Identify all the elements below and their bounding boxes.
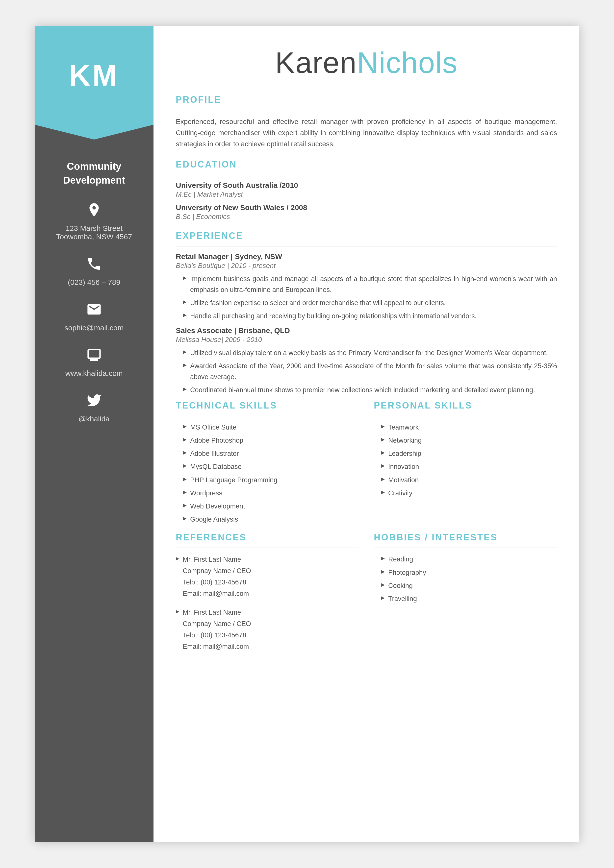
resume-page: KM CommunityDevelopment 123 Marsh Street… — [35, 26, 579, 842]
personal-skill-6: Crativity — [381, 488, 557, 499]
hobbies-list: Reading Photography Cooking Travelling — [374, 554, 557, 604]
last-name: Nichols — [357, 46, 457, 79]
personal-skill-4: Innovation — [381, 462, 557, 472]
tech-skill-4: MysQL Database — [183, 462, 359, 472]
exp-bullet-1-1: Implement business goals and manage all … — [183, 274, 557, 295]
exp-bullet-1-3: Handle all purchasing and receiving by b… — [183, 311, 557, 321]
tech-skill-2: Adobe Photoshop — [183, 435, 359, 446]
exp-bullet-2-1: Utilized visual display talent on a week… — [183, 348, 557, 358]
sidebar: KM CommunityDevelopment 123 Marsh Street… — [35, 26, 154, 842]
website-text: www.khalida.com — [65, 369, 123, 378]
ref-hobbies-section: REFERENCES Mr. First Last Name Compnay N… — [176, 532, 557, 660]
personal-skills-title: PERSONAL SKILLS — [374, 400, 557, 411]
email-item: sophie@mail.com — [65, 301, 124, 332]
main-content: KarenNichols PROFILE Experienced, resour… — [154, 26, 579, 842]
technical-skills-title: TECHNICAL SKILLS — [176, 400, 359, 411]
references-col: REFERENCES Mr. First Last Name Compnay N… — [176, 532, 359, 660]
education-divider — [176, 175, 557, 175]
personal-skills-col: PERSONAL SKILLS Teamwork Networking Lead… — [374, 400, 557, 530]
exp-bullets-2: Utilized visual display talent on a week… — [176, 348, 557, 395]
technical-skills-col: TECHNICAL SKILLS MS Office Suite Adobe P… — [176, 400, 359, 530]
experience-divider — [176, 246, 557, 246]
experience-title: EXPERIENCE — [176, 231, 557, 241]
phone-icon — [86, 256, 102, 274]
name-header: KarenNichols — [176, 45, 557, 80]
references-title: REFERENCES — [176, 532, 359, 542]
edu-degree-2: B.Sc | Economics — [176, 213, 557, 221]
personal-skills-list: Teamwork Networking Leadership Innovatio… — [374, 422, 557, 499]
location-icon — [86, 202, 102, 221]
exp-bullet-2-3: Coordinated bi-annual trunk shows to pre… — [183, 385, 557, 395]
first-name: Karen — [275, 46, 357, 79]
exp-company-1: Bella's Boutique | 2010 - present — [176, 262, 557, 270]
exp-title-2: Sales Associate | Brisbane, QLD — [176, 326, 557, 335]
email-icon — [86, 301, 102, 320]
sidebar-header: KM — [35, 26, 154, 125]
tech-skill-7: Web Development — [183, 501, 359, 512]
hobby-4: Travelling — [381, 594, 557, 604]
exp-company-2: Melissa House| 2009 - 2010 — [176, 336, 557, 344]
monitor-icon — [86, 347, 102, 366]
tech-skill-1: MS Office Suite — [183, 422, 359, 433]
personal-skill-1: Teamwork — [381, 422, 557, 433]
personal-skill-2: Networking — [381, 435, 557, 446]
hobbies-divider — [374, 547, 557, 548]
experience-entry-2: Sales Associate | Brisbane, QLD Melissa … — [176, 326, 557, 395]
tech-skill-5: PHP Language Programming — [183, 475, 359, 485]
ref-2-text: Mr. First Last Name Compnay Name / CEO T… — [176, 607, 359, 653]
hobby-3: Cooking — [381, 580, 557, 591]
edu-institution-2: University of New South Wales / 2008 — [176, 203, 557, 212]
personal-skill-3: Leadership — [381, 448, 557, 459]
profile-title: PROFILE — [176, 95, 557, 105]
address-text: 123 Marsh Street Toowomba, NSW 4567 — [56, 224, 132, 241]
edu-institution-1: University of South Australia /2010 — [176, 181, 557, 189]
tech-skill-8: Google Analysis — [183, 514, 359, 525]
technical-skills-list: MS Office Suite Adobe Photoshop Adobe Il… — [176, 422, 359, 525]
education-entry-2: University of New South Wales / 2008 B.S… — [176, 203, 557, 221]
exp-bullet-1-2: Utilize fashion expertise to select and … — [183, 298, 557, 308]
reference-entry-1: Mr. First Last Name Compnay Name / CEO T… — [176, 554, 359, 600]
phone-text: (023) 456 – 789 — [68, 278, 120, 287]
exp-bullet-2-2: Awarded Associate of the Year, 2000 and … — [183, 361, 557, 382]
twitter-item: @khalida — [78, 392, 110, 423]
skills-section: TECHNICAL SKILLS MS Office Suite Adobe P… — [176, 400, 557, 530]
edu-degree-1: M.Ec | Market Analyst — [176, 191, 557, 198]
community-dev-label: CommunityDevelopment — [56, 160, 132, 187]
tech-skill-3: Adobe Illustrator — [183, 448, 359, 459]
email-text: sophie@mail.com — [65, 324, 124, 332]
hobbies-col: HOBBIES / INTERESTES Reading Photography… — [374, 532, 557, 660]
references-divider — [176, 547, 359, 548]
hobbies-title: HOBBIES / INTERESTES — [374, 532, 557, 542]
phone-item: (023) 456 – 789 — [68, 256, 120, 287]
ref-1-text: Mr. First Last Name Compnay Name / CEO T… — [176, 554, 359, 600]
profile-text: Experienced, resourceful and effective r… — [176, 116, 557, 149]
hobby-1: Reading — [381, 554, 557, 565]
personal-skill-5: Motivation — [381, 475, 557, 485]
twitter-text: @khalida — [78, 415, 110, 423]
address-item: 123 Marsh Street Toowomba, NSW 4567 — [56, 202, 132, 241]
education-entry-1: University of South Australia /2010 M.Ec… — [176, 181, 557, 198]
contact-section: 123 Marsh Street Toowomba, NSW 4567 (023… — [35, 202, 154, 423]
exp-title-1: Retail Manager | Sydney, NSW — [176, 253, 557, 261]
profile-divider — [176, 110, 557, 110]
reference-entry-2: Mr. First Last Name Compnay Name / CEO T… — [176, 607, 359, 653]
education-title: EDUCATION — [176, 160, 557, 170]
tech-skill-6: Wordpress — [183, 488, 359, 499]
personal-skills-divider — [374, 416, 557, 416]
hobby-2: Photography — [381, 567, 557, 578]
exp-bullets-1: Implement business goals and manage all … — [176, 274, 557, 321]
experience-entry-1: Retail Manager | Sydney, NSW Bella's Bou… — [176, 253, 557, 321]
twitter-icon — [86, 392, 102, 411]
initials: KM — [69, 58, 119, 92]
website-item: www.khalida.com — [65, 347, 123, 378]
technical-skills-divider — [176, 416, 359, 416]
